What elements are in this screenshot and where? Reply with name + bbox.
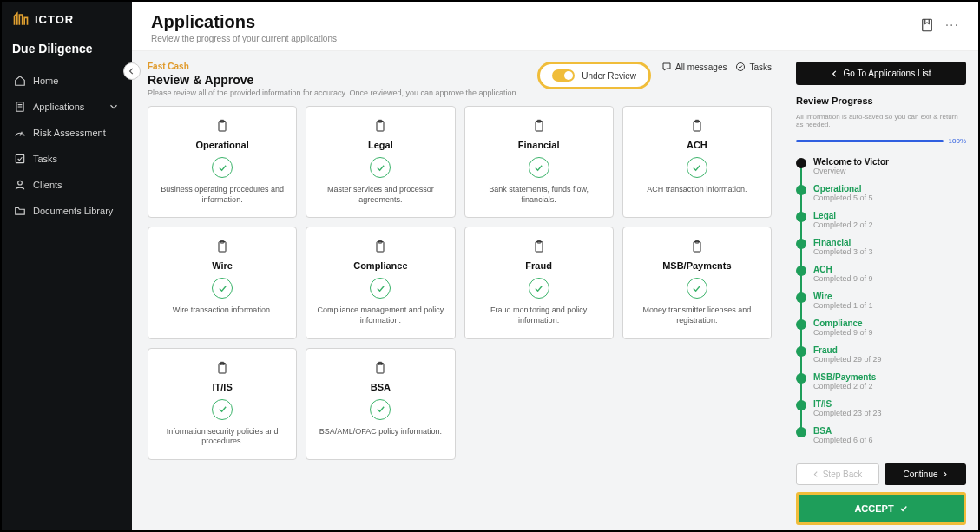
clipboard-icon: [215, 119, 229, 133]
category-card[interactable]: Operational Business operating procedure…: [148, 106, 297, 218]
step-sub: Completed 9 of 9: [813, 328, 873, 337]
status-pill[interactable]: Under Review: [537, 62, 651, 89]
step-sub: Completed 9 of 9: [813, 274, 873, 283]
category-card[interactable]: MSB/Payments Money transmitter licenses …: [622, 227, 772, 338]
nav-tasks[interactable]: Tasks: [2, 146, 132, 172]
application-tag: Fast Cash: [148, 62, 527, 71]
card-description: BSA/AML/OFAC policy information.: [319, 427, 442, 437]
clipboard-icon: [690, 119, 704, 133]
review-title: Review & Approve: [148, 73, 527, 87]
all-messages-link[interactable]: All messages: [661, 62, 727, 72]
card-description: Bank statements, funds flow, financials.: [474, 185, 604, 205]
card-title: IT/IS: [213, 382, 233, 392]
clipboard-icon: [373, 119, 387, 133]
step-dot-icon: [796, 239, 806, 249]
status-check-icon: [212, 157, 233, 178]
status-check-icon: [370, 399, 391, 420]
nav-documents-library[interactable]: Documents Library: [2, 198, 132, 224]
step-dot-icon: [796, 346, 806, 357]
brand-name: ICTOR: [35, 13, 74, 26]
progress-bar: [796, 140, 944, 142]
step-sub: Completed 2 of 2: [813, 382, 876, 391]
user-icon: [14, 179, 26, 191]
card-description: Money transmitter licenses and registrat…: [632, 305, 762, 325]
progress-step[interactable]: Welcome to Victor Overview: [796, 157, 966, 184]
page-title: Applications: [151, 12, 919, 32]
category-card[interactable]: Fraud Fraud monitoring and policy inform…: [464, 227, 614, 338]
step-back-button: Step Back: [796, 463, 879, 485]
more-menu-button[interactable]: ···: [945, 17, 959, 33]
step-dot-icon: [796, 400, 806, 410]
nav-clients[interactable]: Clients: [2, 172, 132, 198]
progress-step[interactable]: Fraud Completed 29 of 29: [796, 345, 966, 372]
bookmark-icon[interactable]: [919, 17, 935, 33]
clipboard-icon: [215, 240, 229, 253]
progress-step[interactable]: BSA Completed 6 of 6: [796, 426, 966, 453]
brand-logo: ICTOR: [2, 2, 132, 36]
clipboard-icon: [532, 119, 546, 133]
progress-step[interactable]: Legal Completed 2 of 2: [796, 211, 966, 238]
review-subtitle: Please review all of the provided inform…: [148, 89, 527, 97]
progress-step[interactable]: IT/IS Completed 23 of 23: [796, 399, 966, 426]
status-check-icon: [529, 157, 549, 178]
progress-autosave-note: All information is auto-saved so you can…: [796, 113, 966, 128]
content: Fast Cash Review & Approve Please review…: [132, 51, 978, 530]
check-icon: [899, 504, 908, 513]
clipboard-icon: [690, 240, 704, 253]
status-label: Under Review: [582, 71, 636, 81]
go-to-applications-button[interactable]: Go To Applications List: [796, 62, 966, 85]
nav-risk-assessment[interactable]: Risk Assessment: [2, 120, 132, 146]
step-dot-icon: [796, 427, 806, 437]
card-description: Business operating procedures and inform…: [157, 185, 287, 205]
step-sub: Completed 5 of 5: [813, 194, 873, 202]
category-card[interactable]: Wire Wire transaction information.: [148, 227, 297, 338]
nav-applications[interactable]: Applications: [2, 94, 132, 120]
step-sub: Completed 6 of 6: [813, 436, 873, 444]
progress-step[interactable]: Financial Completed 3 of 3: [796, 238, 966, 265]
category-card[interactable]: Legal Master services and processor agre…: [306, 106, 455, 218]
card-title: ACH: [687, 140, 707, 150]
progress-step[interactable]: Operational Completed 5 of 5: [796, 184, 966, 211]
progress-step[interactable]: ACH Completed 9 of 9: [796, 265, 966, 292]
step-dot-icon: [796, 212, 806, 222]
accept-button[interactable]: ACCEPT: [796, 492, 966, 525]
card-description: ACH transaction information.: [647, 185, 747, 195]
progress-percent: 100%: [949, 137, 966, 145]
step-name: Legal: [813, 211, 873, 220]
tasks-link[interactable]: Tasks: [735, 62, 772, 72]
step-sub: Overview: [813, 167, 889, 175]
category-card[interactable]: IT/IS Information security policies and …: [148, 348, 297, 460]
progress-step[interactable]: Compliance Completed 9 of 9: [796, 319, 966, 345]
step-name: Wire: [813, 292, 873, 301]
step-dot-icon: [796, 319, 806, 330]
category-card[interactable]: Financial Bank statements, funds flow, f…: [464, 106, 614, 218]
status-check-icon: [212, 278, 233, 299]
step-dot-icon: [796, 158, 806, 168]
svg-rect-3: [922, 19, 931, 31]
step-name: IT/IS: [813, 399, 882, 409]
step-sub: Completed 3 of 3: [813, 247, 873, 256]
progress-step[interactable]: MSB/Payments Completed 2 of 2: [796, 372, 966, 399]
status-check-icon: [529, 278, 549, 299]
step-sub: Completed 29 of 29: [813, 355, 882, 364]
collapse-sidebar-button[interactable]: [123, 62, 141, 80]
progress-step[interactable]: Wire Completed 1 of 1: [796, 292, 966, 319]
chevron-left-icon: [813, 471, 819, 477]
step-name: Welcome to Victor: [813, 157, 889, 167]
checklist-icon: [14, 153, 26, 165]
continue-button[interactable]: Continue: [885, 463, 966, 485]
nav-home[interactable]: Home: [2, 68, 132, 94]
right-panel: Go To Applications List Review Progress …: [787, 51, 978, 530]
step-sub: Completed 1 of 1: [813, 301, 873, 310]
svg-point-2: [18, 181, 23, 185]
step-sub: Completed 2 of 2: [813, 220, 873, 229]
clipboard-icon: [215, 361, 229, 375]
category-card[interactable]: BSA BSA/AML/OFAC policy information.: [306, 348, 455, 460]
card-title: Compliance: [353, 260, 407, 271]
clipboard-icon: [373, 240, 387, 253]
status-toggle[interactable]: [552, 69, 575, 82]
card-description: Fraud monitoring and policy information.: [474, 305, 604, 325]
category-card[interactable]: Compliance Compliance management and pol…: [306, 227, 455, 338]
category-card[interactable]: ACH ACH transaction information.: [622, 106, 772, 218]
step-name: Operational: [813, 184, 873, 194]
